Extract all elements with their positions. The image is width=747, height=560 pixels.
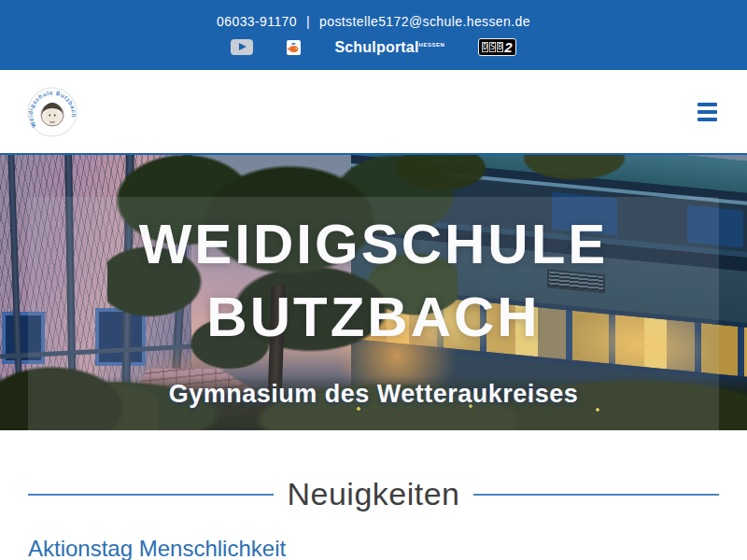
dsb-letter-s: S [489, 42, 496, 52]
heading-divider-right [473, 494, 719, 496]
contact-row: 06033-91170 | poststelle5172@schule.hess… [217, 14, 530, 29]
hero-title-line2: BUTZBACH [28, 281, 719, 354]
youtube-icon[interactable] [231, 39, 253, 55]
contact-separator: | [306, 14, 310, 29]
hero-text-overlay: WEIDIGSCHULE BUTZBACH Gymnasium des Wett… [28, 197, 719, 430]
news-section: Neuigkeiten Aktionstag Menschlichkeit [0, 430, 747, 560]
school-fish-logo-icon[interactable] [287, 40, 301, 55]
schulportal-hessen-link[interactable]: SchulportalHESSEN [334, 39, 444, 56]
schulportal-text: Schulportal [334, 39, 418, 55]
email-link[interactable]: poststelle5172@schule.hessen.de [319, 14, 530, 29]
heading-divider-left [28, 494, 274, 496]
news-heading: Neuigkeiten [287, 476, 459, 512]
hamburger-menu-icon[interactable] [698, 103, 717, 121]
dsb-letter-b: B [497, 42, 503, 52]
site-header: Weidigschule Butzbach [0, 70, 747, 155]
play-triangle-icon [239, 43, 247, 50]
quicklinks-row: SchulportalHESSEN D S B 2 [231, 38, 515, 56]
top-contact-bar: 06033-91170 | poststelle5172@schule.hess… [0, 0, 747, 70]
hamburger-bar [698, 110, 717, 114]
hero-banner: WEIDIGSCHULE BUTZBACH Gymnasium des Wett… [0, 155, 747, 430]
schulportal-sup: HESSEN [419, 41, 445, 47]
news-article-link[interactable]: Aktionstag Menschlichkeit [28, 536, 286, 560]
fish-graphic [288, 41, 300, 54]
hamburger-bar [698, 103, 717, 106]
hero-subtitle: Gymnasium des Wetteraukreises [28, 380, 719, 409]
school-logo-graphic: Weidigschule Butzbach [26, 86, 78, 138]
dsb-number-two: 2 [504, 40, 512, 54]
hero-title-line1: WEIDIGSCHULE [28, 208, 719, 281]
phone-link[interactable]: 06033-91170 [217, 14, 297, 29]
dsb-letter-d: D [482, 42, 488, 52]
hamburger-bar [698, 118, 717, 121]
dsb-app-icon[interactable]: D S B 2 [478, 38, 515, 56]
school-logo[interactable]: Weidigschule Butzbach [26, 86, 78, 138]
news-heading-row: Neuigkeiten [28, 476, 719, 512]
hero-title: WEIDIGSCHULE BUTZBACH [28, 208, 719, 354]
